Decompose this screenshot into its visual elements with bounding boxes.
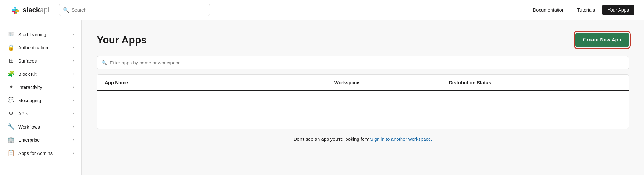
col-app-name: App Name [105,80,334,85]
sidebar-item-start-learning[interactable]: 📖 Start learning › [0,28,81,41]
workflows-icon: 🔧 [8,123,14,130]
table-body [97,91,629,129]
sidebar-item-enterprise[interactable]: 🏢 Enterprise › [0,133,81,146]
lock-icon: 🔒 [8,44,14,51]
table-header: App Name Workspace Distribution Status [97,75,629,91]
create-new-app-button[interactable]: Create New App [575,33,629,47]
enterprise-icon: 🏢 [8,136,14,143]
header: slackapi 🔍 Documentation Tutorials Your … [0,0,644,20]
header-nav: Documentation Tutorials Your Apps [528,5,634,15]
chevron-right-icon: › [73,85,74,89]
chevron-right-icon: › [73,151,74,155]
search-input[interactable] [59,4,210,16]
sidebar-label-interactivity: Interactivity [18,85,42,90]
signin-message: Don't see an app you're looking for? Sig… [97,136,629,142]
col-distribution-status: Distribution Status [449,80,621,85]
nav-your-apps[interactable]: Your Apps [602,5,634,15]
nav-documentation[interactable]: Documentation [528,5,569,15]
apps-admins-icon: 📋 [8,150,14,156]
sidebar-label-authentication: Authentication [18,45,48,50]
slack-logo-icon [10,5,20,15]
chevron-right-icon: › [73,98,74,102]
interactivity-icon: ✦ [8,84,14,90]
sidebar-item-block-kit[interactable]: 🧩 Block Kit › [0,67,81,80]
page-header: Your Apps Create New App [97,33,629,47]
header-search-container: 🔍 [59,4,210,16]
sidebar-item-authentication[interactable]: 🔒 Authentication › [0,41,81,54]
chevron-right-icon: › [73,45,74,50]
col-workspace: Workspace [334,80,449,85]
chevron-right-icon: › [73,138,74,142]
chevron-right-icon: › [73,111,74,116]
sidebar-item-workflows[interactable]: 🔧 Workflows › [0,120,81,133]
filter-search-icon: 🔍 [101,60,107,66]
logo[interactable]: slackapi [10,5,49,15]
sidebar-item-interactivity[interactable]: ✦ Interactivity › [0,80,81,94]
logo-text: slackapi [23,6,49,14]
sidebar-label-block-kit: Block Kit [18,71,36,77]
search-icon: 🔍 [63,7,69,13]
sidebar-item-apis[interactable]: ⚙ APIs › [0,107,81,120]
chevron-right-icon: › [73,58,74,63]
block-kit-icon: 🧩 [8,70,14,77]
sidebar-item-messaging[interactable]: 💬 Messaging › [0,94,81,107]
main-content: Your Apps Create New App 🔍 App Name Work… [82,20,644,175]
sidebar-label-apis: APIs [18,111,28,116]
nav-tutorials[interactable]: Tutorials [572,5,600,15]
book-icon: 📖 [8,31,14,38]
filter-wrapper: 🔍 [97,56,629,69]
layout: 📖 Start learning › 🔒 Authentication › ⊞ … [0,20,644,175]
apps-table: App Name Workspace Distribution Status [97,74,629,129]
signin-link[interactable]: Sign in to another workspace. [370,136,432,142]
chevron-right-icon: › [73,124,74,129]
sidebar-label-enterprise: Enterprise [18,137,40,143]
sidebar-label-surfaces: Surfaces [18,58,37,63]
sidebar-label-messaging: Messaging [18,98,41,103]
sidebar-label-workflows: Workflows [18,124,40,129]
sidebar-label-apps-for-admins: Apps for Admins [18,150,53,156]
sidebar-item-surfaces[interactable]: ⊞ Surfaces › [0,54,81,67]
sidebar: 📖 Start learning › 🔒 Authentication › ⊞ … [0,20,82,175]
messaging-icon: 💬 [8,97,14,104]
page-title: Your Apps [97,34,147,46]
apis-icon: ⚙ [8,110,14,117]
filter-input[interactable] [97,56,629,69]
chevron-right-icon: › [73,72,74,76]
grid-icon: ⊞ [8,57,14,64]
sidebar-item-apps-for-admins[interactable]: 📋 Apps for Admins › [0,146,81,160]
chevron-right-icon: › [73,32,74,36]
sidebar-label-start-learning: Start learning [18,32,46,37]
